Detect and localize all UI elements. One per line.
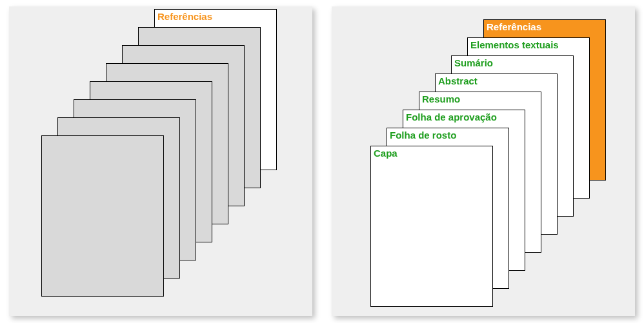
page-label: Referências	[487, 21, 541, 32]
page-label: Resumo	[422, 93, 460, 104]
page-label: Abstract	[438, 75, 478, 86]
page-blank	[41, 135, 164, 297]
page-label: Folha de rosto	[390, 130, 456, 141]
page-label: Folha de aprovação	[406, 112, 497, 122]
page-label: Capa	[374, 148, 397, 159]
page-label: Elementos textuais	[470, 39, 559, 50]
page-label: Referências	[157, 11, 212, 22]
page-capa: Capa	[370, 146, 493, 307]
right-stack-panel: Referências Elementos textuais Sumário A…	[332, 6, 635, 316]
page-label: Sumário	[454, 57, 493, 68]
left-stack-panel: Referências	[9, 6, 312, 316]
